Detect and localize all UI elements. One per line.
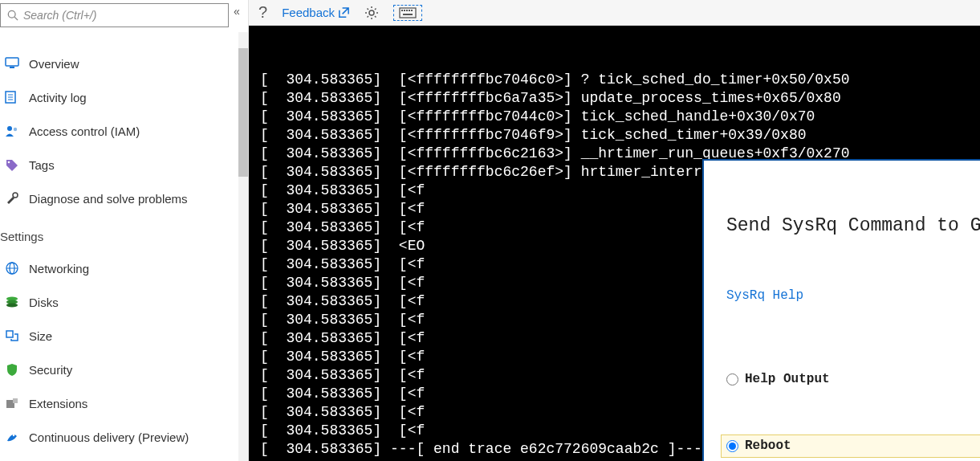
nav-item-disks[interactable]: Disks <box>0 285 248 319</box>
sysrq-dialog: Send SysRq Command to Guest SysRq Help H… <box>702 159 980 461</box>
nav-label: Overview <box>29 57 79 71</box>
console-line: [ 304.583365] [<ffffffffbc7046c0>] ? tic… <box>260 71 969 89</box>
nav-label: Extensions <box>29 397 87 410</box>
nav-label: Tags <box>29 158 55 172</box>
scrollbar-thumb[interactable] <box>238 48 248 177</box>
svg-rect-37 <box>403 14 413 15</box>
svg-rect-3 <box>10 67 14 68</box>
sysrq-help-link[interactable]: SysRq Help <box>726 287 980 305</box>
disks-icon <box>3 293 21 311</box>
nav-label: Security <box>29 363 72 377</box>
svg-point-17 <box>6 304 18 308</box>
external-link-icon <box>338 6 350 18</box>
search-icon <box>7 10 18 21</box>
tag-icon <box>3 156 21 173</box>
search-input[interactable]: Search (Ctrl+/) <box>0 3 229 27</box>
svg-line-27 <box>368 8 369 10</box>
console-line: [ 304.583365] [<ffffffffbc7044c0>] tick_… <box>260 108 969 126</box>
nav-item-tags[interactable]: Tags <box>0 148 248 182</box>
svg-rect-31 <box>400 8 416 18</box>
nav-label: Diagnose and solve problems <box>29 192 188 206</box>
svg-rect-18 <box>6 331 13 337</box>
svg-point-9 <box>14 128 17 131</box>
feedback-link[interactable]: Feedback <box>282 6 350 19</box>
activity-log-icon <box>3 88 21 106</box>
nav-label: Disks <box>29 296 59 309</box>
nav-label: Continuous delivery (Preview) <box>29 430 189 444</box>
svg-point-22 <box>369 10 374 15</box>
keyboard-icon[interactable] <box>393 5 422 21</box>
nav-item-security[interactable]: Security <box>0 353 248 386</box>
svg-point-10 <box>8 161 10 164</box>
nav-item-diagnose[interactable]: Diagnose and solve problems <box>0 182 248 215</box>
console-line: [ 304.583365] [<ffffffffbc7046f9>] tick_… <box>260 126 969 145</box>
svg-rect-33 <box>404 10 405 11</box>
settings-gear-icon[interactable] <box>364 6 379 20</box>
extensions-icon <box>3 394 21 412</box>
svg-rect-36 <box>411 10 413 11</box>
svg-line-30 <box>375 8 376 10</box>
svg-point-21 <box>13 434 14 436</box>
radio-help-output[interactable] <box>726 373 738 386</box>
nav-item-continuous-delivery[interactable]: Continuous delivery (Preview) <box>0 420 248 454</box>
nav-item-size[interactable]: Size <box>0 319 248 353</box>
option-label: Help Output <box>745 370 830 389</box>
svg-rect-20 <box>13 398 18 403</box>
nav-label: Access control (IAM) <box>29 124 140 138</box>
nav-item-overview[interactable]: Overview <box>0 47 248 80</box>
svg-line-29 <box>368 16 369 18</box>
console-line: [ 304.583365] [<ffffffffbc6a7a35>] updat… <box>260 89 969 108</box>
svg-point-8 <box>7 126 12 131</box>
monitor-icon <box>3 55 21 72</box>
nav-label: Size <box>29 329 52 343</box>
feedback-label: Feedback <box>282 6 335 19</box>
collapse-sidebar-icon[interactable]: « <box>229 5 245 18</box>
option-reboot[interactable]: Reboot <box>722 435 980 457</box>
main: ? Feedback [ 304.583365] [<ffffffffbc704… <box>249 0 980 461</box>
nav-item-activity-log[interactable]: Activity log <box>0 80 248 114</box>
help-icon[interactable]: ? <box>258 3 267 22</box>
svg-rect-2 <box>6 58 18 66</box>
shield-icon <box>3 361 21 378</box>
rocket-icon <box>3 428 21 446</box>
nav-primary: Overview Activity log Access control (IA… <box>0 47 248 454</box>
people-icon <box>3 122 21 140</box>
option-label: Reboot <box>745 437 791 455</box>
sidebar: Search (Ctrl+/) « Overview Activity log … <box>0 0 249 461</box>
svg-line-28 <box>375 16 376 18</box>
svg-line-1 <box>14 17 18 20</box>
toolbar: ? Feedback <box>249 0 980 26</box>
nav-item-networking[interactable]: Networking <box>0 251 248 285</box>
nav-label: Networking <box>29 262 89 275</box>
tools-icon <box>3 190 21 207</box>
svg-point-0 <box>8 10 15 18</box>
svg-rect-34 <box>406 10 408 11</box>
svg-rect-35 <box>409 10 410 11</box>
network-icon <box>3 259 21 277</box>
sidebar-scrollbar[interactable] <box>238 32 248 461</box>
nav-item-extensions[interactable]: Extensions <box>0 386 248 420</box>
nav-label: Activity log <box>29 91 87 104</box>
nav-item-access-control[interactable]: Access control (IAM) <box>0 114 248 148</box>
svg-rect-32 <box>401 10 403 11</box>
search-placeholder: Search (Ctrl+/) <box>23 9 96 22</box>
radio-reboot[interactable] <box>726 440 738 452</box>
serial-console[interactable]: [ 304.583365] [<ffffffffbc7046c0>] ? tic… <box>249 26 980 461</box>
option-help-output[interactable]: Help Output <box>726 370 980 389</box>
size-icon <box>3 327 21 345</box>
svg-point-11 <box>13 193 18 198</box>
section-header-settings: Settings <box>0 215 248 251</box>
dialog-title: Send SysRq Command to Guest <box>726 217 980 235</box>
